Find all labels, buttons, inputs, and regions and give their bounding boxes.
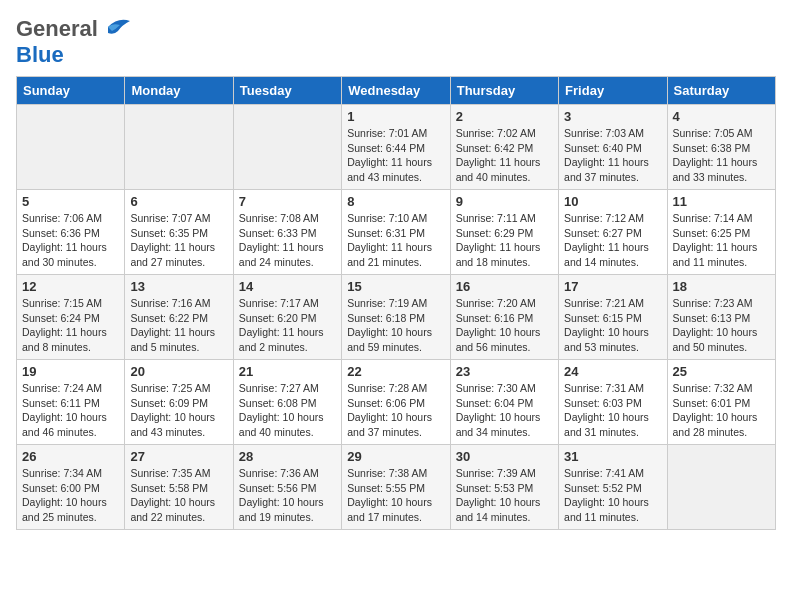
day-info: Sunrise: 7:27 AM Sunset: 6:08 PM Dayligh… [239, 381, 336, 440]
weekday-header-monday: Monday [125, 77, 233, 105]
day-info: Sunrise: 7:05 AM Sunset: 6:38 PM Dayligh… [673, 126, 770, 185]
calendar-day-cell: 13Sunrise: 7:16 AM Sunset: 6:22 PM Dayli… [125, 275, 233, 360]
day-info: Sunrise: 7:34 AM Sunset: 6:00 PM Dayligh… [22, 466, 119, 525]
calendar-day-cell: 15Sunrise: 7:19 AM Sunset: 6:18 PM Dayli… [342, 275, 450, 360]
calendar-day-cell: 7Sunrise: 7:08 AM Sunset: 6:33 PM Daylig… [233, 190, 341, 275]
calendar-day-cell: 3Sunrise: 7:03 AM Sunset: 6:40 PM Daylig… [559, 105, 667, 190]
day-info: Sunrise: 7:16 AM Sunset: 6:22 PM Dayligh… [130, 296, 227, 355]
day-number: 12 [22, 279, 119, 294]
day-number: 18 [673, 279, 770, 294]
day-info: Sunrise: 7:20 AM Sunset: 6:16 PM Dayligh… [456, 296, 553, 355]
day-info: Sunrise: 7:31 AM Sunset: 6:03 PM Dayligh… [564, 381, 661, 440]
day-info: Sunrise: 7:25 AM Sunset: 6:09 PM Dayligh… [130, 381, 227, 440]
day-info: Sunrise: 7:24 AM Sunset: 6:11 PM Dayligh… [22, 381, 119, 440]
calendar-day-cell: 12Sunrise: 7:15 AM Sunset: 6:24 PM Dayli… [17, 275, 125, 360]
day-number: 19 [22, 364, 119, 379]
day-info: Sunrise: 7:30 AM Sunset: 6:04 PM Dayligh… [456, 381, 553, 440]
day-number: 10 [564, 194, 661, 209]
calendar-week-row: 1Sunrise: 7:01 AM Sunset: 6:44 PM Daylig… [17, 105, 776, 190]
calendar-week-row: 5Sunrise: 7:06 AM Sunset: 6:36 PM Daylig… [17, 190, 776, 275]
logo-general-text: General [16, 16, 98, 42]
calendar-day-cell: 1Sunrise: 7:01 AM Sunset: 6:44 PM Daylig… [342, 105, 450, 190]
day-number: 26 [22, 449, 119, 464]
calendar-day-cell: 2Sunrise: 7:02 AM Sunset: 6:42 PM Daylig… [450, 105, 558, 190]
calendar-day-cell [17, 105, 125, 190]
day-info: Sunrise: 7:12 AM Sunset: 6:27 PM Dayligh… [564, 211, 661, 270]
day-number: 25 [673, 364, 770, 379]
day-info: Sunrise: 7:10 AM Sunset: 6:31 PM Dayligh… [347, 211, 444, 270]
calendar-day-cell: 25Sunrise: 7:32 AM Sunset: 6:01 PM Dayli… [667, 360, 775, 445]
calendar-day-cell: 31Sunrise: 7:41 AM Sunset: 5:52 PM Dayli… [559, 445, 667, 530]
day-number: 28 [239, 449, 336, 464]
day-number: 27 [130, 449, 227, 464]
weekday-header-friday: Friday [559, 77, 667, 105]
day-info: Sunrise: 7:39 AM Sunset: 5:53 PM Dayligh… [456, 466, 553, 525]
weekday-header-sunday: Sunday [17, 77, 125, 105]
day-info: Sunrise: 7:17 AM Sunset: 6:20 PM Dayligh… [239, 296, 336, 355]
calendar-day-cell: 18Sunrise: 7:23 AM Sunset: 6:13 PM Dayli… [667, 275, 775, 360]
calendar-day-cell: 23Sunrise: 7:30 AM Sunset: 6:04 PM Dayli… [450, 360, 558, 445]
day-number: 3 [564, 109, 661, 124]
day-number: 6 [130, 194, 227, 209]
day-number: 21 [239, 364, 336, 379]
day-info: Sunrise: 7:02 AM Sunset: 6:42 PM Dayligh… [456, 126, 553, 185]
day-number: 31 [564, 449, 661, 464]
day-info: Sunrise: 7:38 AM Sunset: 5:55 PM Dayligh… [347, 466, 444, 525]
day-info: Sunrise: 7:36 AM Sunset: 5:56 PM Dayligh… [239, 466, 336, 525]
day-number: 23 [456, 364, 553, 379]
day-number: 8 [347, 194, 444, 209]
page-header: General Blue [16, 16, 776, 68]
day-number: 11 [673, 194, 770, 209]
calendar-week-row: 12Sunrise: 7:15 AM Sunset: 6:24 PM Dayli… [17, 275, 776, 360]
calendar-day-cell: 14Sunrise: 7:17 AM Sunset: 6:20 PM Dayli… [233, 275, 341, 360]
day-number: 2 [456, 109, 553, 124]
day-number: 9 [456, 194, 553, 209]
calendar-week-row: 19Sunrise: 7:24 AM Sunset: 6:11 PM Dayli… [17, 360, 776, 445]
weekday-header-saturday: Saturday [667, 77, 775, 105]
weekday-header-row: SundayMondayTuesdayWednesdayThursdayFrid… [17, 77, 776, 105]
calendar-day-cell: 6Sunrise: 7:07 AM Sunset: 6:35 PM Daylig… [125, 190, 233, 275]
day-info: Sunrise: 7:32 AM Sunset: 6:01 PM Dayligh… [673, 381, 770, 440]
day-number: 20 [130, 364, 227, 379]
calendar-day-cell: 9Sunrise: 7:11 AM Sunset: 6:29 PM Daylig… [450, 190, 558, 275]
calendar-day-cell: 24Sunrise: 7:31 AM Sunset: 6:03 PM Dayli… [559, 360, 667, 445]
day-number: 5 [22, 194, 119, 209]
weekday-header-wednesday: Wednesday [342, 77, 450, 105]
day-number: 30 [456, 449, 553, 464]
weekday-header-tuesday: Tuesday [233, 77, 341, 105]
day-info: Sunrise: 7:35 AM Sunset: 5:58 PM Dayligh… [130, 466, 227, 525]
day-number: 15 [347, 279, 444, 294]
calendar-day-cell: 29Sunrise: 7:38 AM Sunset: 5:55 PM Dayli… [342, 445, 450, 530]
day-number: 16 [456, 279, 553, 294]
day-info: Sunrise: 7:21 AM Sunset: 6:15 PM Dayligh… [564, 296, 661, 355]
calendar-day-cell: 20Sunrise: 7:25 AM Sunset: 6:09 PM Dayli… [125, 360, 233, 445]
calendar-day-cell [125, 105, 233, 190]
logo-blue-text: Blue [16, 42, 64, 67]
calendar-day-cell: 22Sunrise: 7:28 AM Sunset: 6:06 PM Dayli… [342, 360, 450, 445]
day-info: Sunrise: 7:41 AM Sunset: 5:52 PM Dayligh… [564, 466, 661, 525]
calendar-day-cell: 17Sunrise: 7:21 AM Sunset: 6:15 PM Dayli… [559, 275, 667, 360]
day-info: Sunrise: 7:03 AM Sunset: 6:40 PM Dayligh… [564, 126, 661, 185]
day-number: 13 [130, 279, 227, 294]
calendar-day-cell: 5Sunrise: 7:06 AM Sunset: 6:36 PM Daylig… [17, 190, 125, 275]
calendar-day-cell: 16Sunrise: 7:20 AM Sunset: 6:16 PM Dayli… [450, 275, 558, 360]
calendar-week-row: 26Sunrise: 7:34 AM Sunset: 6:00 PM Dayli… [17, 445, 776, 530]
day-info: Sunrise: 7:15 AM Sunset: 6:24 PM Dayligh… [22, 296, 119, 355]
logo-bird-icon [100, 17, 132, 37]
day-info: Sunrise: 7:06 AM Sunset: 6:36 PM Dayligh… [22, 211, 119, 270]
day-info: Sunrise: 7:23 AM Sunset: 6:13 PM Dayligh… [673, 296, 770, 355]
calendar-day-cell: 28Sunrise: 7:36 AM Sunset: 5:56 PM Dayli… [233, 445, 341, 530]
day-info: Sunrise: 7:28 AM Sunset: 6:06 PM Dayligh… [347, 381, 444, 440]
day-number: 17 [564, 279, 661, 294]
calendar-day-cell: 21Sunrise: 7:27 AM Sunset: 6:08 PM Dayli… [233, 360, 341, 445]
calendar-day-cell: 11Sunrise: 7:14 AM Sunset: 6:25 PM Dayli… [667, 190, 775, 275]
calendar-day-cell: 30Sunrise: 7:39 AM Sunset: 5:53 PM Dayli… [450, 445, 558, 530]
day-info: Sunrise: 7:08 AM Sunset: 6:33 PM Dayligh… [239, 211, 336, 270]
day-info: Sunrise: 7:01 AM Sunset: 6:44 PM Dayligh… [347, 126, 444, 185]
calendar-day-cell: 8Sunrise: 7:10 AM Sunset: 6:31 PM Daylig… [342, 190, 450, 275]
day-number: 14 [239, 279, 336, 294]
day-number: 4 [673, 109, 770, 124]
calendar-day-cell: 10Sunrise: 7:12 AM Sunset: 6:27 PM Dayli… [559, 190, 667, 275]
calendar-table: SundayMondayTuesdayWednesdayThursdayFrid… [16, 76, 776, 530]
day-info: Sunrise: 7:07 AM Sunset: 6:35 PM Dayligh… [130, 211, 227, 270]
